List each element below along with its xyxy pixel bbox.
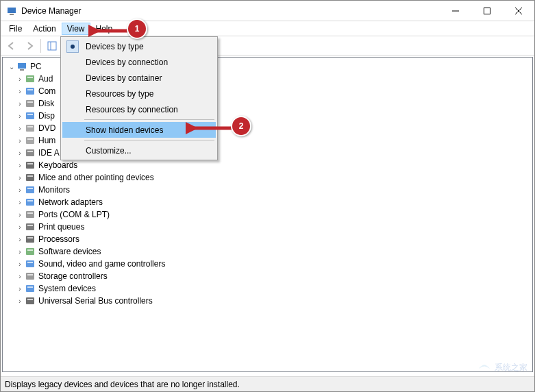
tree-item[interactable]: ›System devices bbox=[7, 282, 528, 295]
menu-item-label: Resources by type bbox=[86, 89, 153, 99]
menu-item-show-hidden-devices[interactable]: Show hidden devices bbox=[62, 122, 216, 138]
menu-file[interactable]: File bbox=[3, 23, 27, 35]
tree-item-label: Sound, video and game controllers bbox=[38, 259, 165, 269]
software-icon bbox=[25, 246, 36, 257]
menu-help[interactable]: Help bbox=[90, 23, 119, 35]
tree-item-label: Mice and other pointing devices bbox=[38, 173, 154, 182]
expand-icon[interactable]: › bbox=[15, 149, 25, 157]
menu-separator bbox=[84, 140, 214, 140]
menu-item-devices-by-type[interactable]: Devices by type bbox=[62, 38, 216, 54]
menu-item-resources-by-connection[interactable]: Resources by connection bbox=[62, 101, 216, 117]
close-button[interactable] bbox=[503, 1, 534, 21]
tree-item[interactable]: ›Print queues bbox=[7, 221, 528, 233]
expand-icon[interactable]: › bbox=[15, 297, 25, 305]
menu-item-devices-by-container[interactable]: Devices by container bbox=[62, 70, 216, 86]
menu-item-label: Show hidden devices bbox=[86, 125, 163, 135]
svg-rect-17 bbox=[27, 101, 33, 103]
tree-item-label: Hum bbox=[38, 136, 55, 145]
forward-button[interactable] bbox=[21, 38, 38, 53]
maximize-button[interactable] bbox=[471, 1, 503, 21]
app-icon bbox=[6, 5, 17, 16]
tree-item[interactable]: ›Keyboards bbox=[7, 159, 528, 171]
menu-item-customize[interactable]: Customize... bbox=[62, 143, 216, 158]
expand-icon[interactable]: › bbox=[15, 137, 25, 145]
svg-rect-19 bbox=[27, 114, 33, 115]
show-hide-tree-button[interactable] bbox=[44, 38, 60, 53]
svg-rect-16 bbox=[26, 100, 34, 107]
tree-item[interactable]: ›Sound, video and game controllers bbox=[7, 258, 528, 270]
expand-icon[interactable]: › bbox=[15, 236, 25, 243]
collapse-icon[interactable]: ⌄ bbox=[7, 63, 16, 71]
menu-action[interactable]: Action bbox=[27, 23, 61, 35]
svg-rect-34 bbox=[26, 211, 34, 218]
expand-icon[interactable]: › bbox=[15, 248, 25, 256]
svg-rect-10 bbox=[18, 63, 26, 69]
expand-icon[interactable]: › bbox=[15, 162, 25, 169]
tree-item-label: DVD bbox=[38, 123, 55, 133]
radio-checked-icon bbox=[66, 40, 79, 53]
menu-bar: File Action View Help bbox=[1, 21, 534, 36]
tree-item[interactable]: ›Network adapters bbox=[7, 196, 528, 208]
expand-icon[interactable]: › bbox=[15, 223, 25, 231]
tree-item[interactable]: ›Monitors bbox=[7, 184, 528, 196]
expand-icon[interactable]: › bbox=[15, 211, 25, 219]
svg-rect-27 bbox=[27, 163, 33, 164]
tree-item-label: Aud bbox=[38, 74, 53, 84]
svg-rect-36 bbox=[26, 223, 34, 230]
back-button[interactable] bbox=[3, 38, 20, 53]
tree-item-label: Ports (COM & LPT) bbox=[38, 210, 110, 219]
menu-item-label: Resources by connection bbox=[86, 105, 178, 114]
expand-icon[interactable]: › bbox=[15, 199, 25, 206]
tree-item-label: Network adapters bbox=[38, 197, 103, 207]
svg-rect-22 bbox=[26, 137, 34, 144]
expand-icon[interactable]: › bbox=[15, 88, 25, 95]
tree-item[interactable]: ›Processors bbox=[7, 233, 528, 245]
svg-rect-47 bbox=[27, 286, 33, 288]
svg-rect-32 bbox=[26, 199, 34, 206]
expand-icon[interactable]: › bbox=[15, 174, 25, 182]
svg-rect-25 bbox=[27, 151, 33, 152]
expand-icon[interactable]: › bbox=[15, 112, 25, 120]
tree-item[interactable]: ›Ports (COM & LPT) bbox=[7, 208, 528, 221]
mouse-icon bbox=[25, 172, 36, 183]
expand-icon[interactable]: › bbox=[15, 75, 25, 83]
svg-rect-35 bbox=[27, 212, 33, 214]
svg-rect-41 bbox=[27, 249, 33, 251]
window-title: Device Manager bbox=[21, 6, 440, 16]
menu-item-resources-by-type[interactable]: Resources by type bbox=[62, 86, 216, 101]
tree-item[interactable]: ›Mice and other pointing devices bbox=[7, 171, 528, 184]
tree-item-label: Monitors bbox=[38, 185, 70, 195]
expand-icon[interactable]: › bbox=[15, 186, 25, 194]
svg-rect-13 bbox=[27, 77, 33, 78]
tree-item-label: Com bbox=[38, 86, 55, 96]
svg-rect-23 bbox=[27, 138, 33, 140]
svg-rect-31 bbox=[27, 188, 33, 189]
expand-icon[interactable]: › bbox=[15, 100, 25, 108]
svg-rect-43 bbox=[27, 262, 33, 263]
expand-icon[interactable]: › bbox=[15, 125, 25, 132]
tree-item[interactable]: ›Universal Serial Bus controllers bbox=[7, 295, 528, 307]
status-text: Displays legacy devices and devices that… bbox=[5, 380, 240, 389]
title-bar: Device Manager bbox=[1, 1, 534, 21]
svg-rect-20 bbox=[26, 125, 34, 132]
expand-icon[interactable]: › bbox=[15, 273, 25, 280]
expand-icon[interactable]: › bbox=[15, 260, 25, 268]
svg-rect-3 bbox=[484, 8, 490, 14]
menu-item-devices-by-connection[interactable]: Devices by connection bbox=[62, 54, 216, 70]
tree-item-label: Disk bbox=[38, 99, 54, 108]
svg-rect-26 bbox=[26, 162, 34, 169]
tree-item-label: IDE A bbox=[38, 148, 60, 158]
tree-item-label: Universal Serial Bus controllers bbox=[38, 296, 153, 306]
svg-rect-45 bbox=[27, 274, 33, 275]
expand-icon[interactable]: › bbox=[15, 285, 25, 293]
tree-item[interactable]: ›Software devices bbox=[7, 245, 528, 258]
toolbar-separator bbox=[40, 39, 41, 53]
svg-rect-42 bbox=[26, 260, 34, 267]
menu-view[interactable]: View bbox=[62, 23, 90, 35]
tree-item[interactable]: ›Storage controllers bbox=[7, 270, 528, 282]
system-icon bbox=[25, 283, 36, 294]
minimize-button[interactable] bbox=[440, 1, 471, 21]
svg-rect-14 bbox=[26, 88, 34, 95]
usb-icon bbox=[25, 295, 36, 306]
menu-item-label: Devices by type bbox=[86, 42, 144, 51]
